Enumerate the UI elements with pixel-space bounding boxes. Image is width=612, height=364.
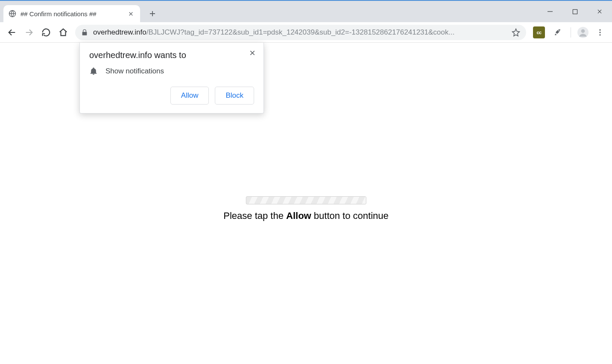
globe-icon	[9, 10, 16, 17]
back-button[interactable]	[4, 25, 20, 40]
extension-cc-icon[interactable]: cc	[533, 26, 545, 38]
url-bar[interactable]: overhedtrew.info/BJLJCWJ?tag_id=737122&s…	[75, 25, 526, 40]
reload-button[interactable]	[38, 25, 54, 40]
popup-permission-label: Show notifications	[105, 67, 164, 76]
lock-icon	[81, 29, 88, 36]
forward-button[interactable]	[21, 25, 37, 40]
progress-bar	[246, 196, 366, 204]
page-center-content: Please tap the Allow button to continue	[223, 196, 388, 221]
toolbar-divider	[571, 27, 571, 38]
bookmark-star-icon[interactable]	[512, 28, 520, 37]
popup-title: overhedtrew.info wants to	[89, 50, 254, 60]
bell-icon	[89, 67, 98, 76]
popup-permission-row: Show notifications	[89, 67, 254, 76]
page-instruction-text: Please tap the Allow button to continue	[223, 210, 388, 221]
allow-button[interactable]: Allow	[170, 87, 209, 105]
svg-point-5	[599, 32, 600, 33]
close-window-button[interactable]	[587, 1, 612, 22]
notification-permission-popup: overhedtrew.info wants to Show notificat…	[79, 43, 264, 114]
kebab-menu-icon[interactable]	[592, 25, 608, 40]
home-button[interactable]	[56, 25, 71, 40]
tab-strip: ## Confirm notifications ##	[0, 1, 612, 22]
tab-title: ## Confirm notifications ##	[20, 10, 126, 17]
msg-bold: Allow	[286, 210, 311, 221]
browser-tab[interactable]: ## Confirm notifications ##	[3, 5, 140, 22]
svg-point-6	[599, 34, 600, 35]
popup-actions: Allow Block	[89, 87, 254, 105]
svg-point-3	[581, 29, 585, 33]
new-tab-button[interactable]	[145, 6, 160, 21]
svg-point-4	[599, 29, 600, 30]
maximize-button[interactable]	[562, 1, 587, 22]
svg-rect-1	[573, 9, 577, 14]
popup-close-button[interactable]	[247, 48, 258, 58]
block-button[interactable]: Block	[215, 87, 254, 105]
window-controls	[538, 1, 612, 22]
minimize-button[interactable]	[538, 1, 562, 22]
browser-toolbar: overhedtrew.info/BJLJCWJ?tag_id=737122&s…	[0, 22, 612, 43]
page-content: overhedtrew.info wants to Show notificat…	[0, 43, 612, 364]
url-path: /BJLJCWJ?tag_id=737122&sub_id1=pdsk_1242…	[146, 28, 455, 37]
extension-rocket-icon[interactable]	[552, 26, 564, 38]
msg-prefix: Please tap the	[223, 210, 286, 221]
close-tab-button[interactable]	[126, 9, 135, 18]
profile-avatar[interactable]	[575, 25, 591, 40]
msg-suffix: button to continue	[311, 210, 389, 221]
url-host: overhedtrew.info	[93, 28, 146, 37]
